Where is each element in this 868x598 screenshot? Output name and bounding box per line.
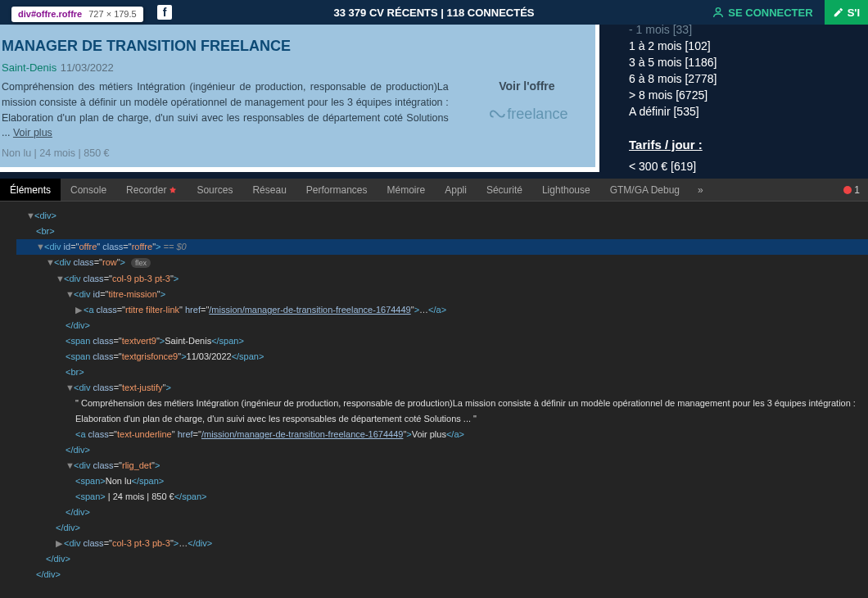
svg-point-0	[717, 8, 721, 12]
duration-filter-item[interactable]: 6 à 8 mois [2778]	[629, 72, 850, 85]
offer-title[interactable]: MANAGER DE TRANSITION FREELANCE	[2, 38, 449, 55]
elements-tree[interactable]: ▼<div> <br> ▼<div id="offre" class="roff…	[0, 202, 868, 598]
devtools-tab[interactable]: Appli	[435, 179, 477, 201]
inspector-tooltip: div#offre.roffre727 × 179.5	[11, 7, 143, 22]
offer-meta: Non lu | 24 mois | 850 €	[2, 147, 449, 159]
duration-filter-item[interactable]: A définir [535]	[629, 105, 850, 118]
devtools-tab[interactable]: Sécurité	[477, 179, 532, 201]
duration-filter-item[interactable]: 1 à 2 mois [102]	[629, 39, 850, 52]
more-tabs-icon[interactable]: »	[689, 184, 712, 196]
user-icon	[712, 6, 725, 19]
error-badge[interactable]: 1	[843, 184, 860, 196]
stats-text: 33 379 CV RÉCENTS | 118 CONNECTÉS	[334, 7, 535, 19]
connect-button[interactable]: SE CONNECTER	[712, 6, 812, 19]
see-more-link[interactable]: Voir plus	[13, 127, 52, 138]
infinity-icon	[486, 106, 505, 122]
devtools-tab[interactable]: Console	[61, 179, 116, 201]
devtools-tab[interactable]: GTM/GA Debug	[600, 179, 689, 201]
devtools-tab[interactable]: Réseau	[242, 179, 296, 201]
devtools-tab[interactable]: Lighthouse	[532, 179, 600, 201]
offer-location: Saint-Denis	[2, 61, 57, 74]
devtools-tab[interactable]: Éléments	[0, 179, 61, 201]
duration-filter-item[interactable]: > 8 mois [6725]	[629, 88, 850, 102]
signup-button[interactable]: S'I	[825, 0, 868, 25]
devtools-tab[interactable]: Mémoire	[377, 179, 436, 201]
freelance-logo: freelance	[486, 106, 567, 123]
tarifs-heading: Tarifs / jour :	[629, 138, 850, 152]
offer-card[interactable]: MANAGER DE TRANSITION FREELANCE Saint-De…	[0, 25, 595, 167]
duration-filter-item[interactable]: 3 à 5 mois [1186]	[629, 56, 850, 69]
offer-date: 11/03/2022	[61, 61, 114, 74]
devtools-tab[interactable]: Recorder	[116, 179, 187, 201]
tarif-filter-item[interactable]: < 300 € [619]	[629, 160, 850, 173]
view-offer-button[interactable]: Voir l'offre	[499, 79, 554, 93]
devtools-tab[interactable]: Sources	[187, 179, 242, 201]
offer-description: Compréhension des métiers Intégration (i…	[2, 79, 449, 141]
devtools-tab[interactable]: Performances	[296, 179, 377, 201]
devtools-tabs: ÉlémentsConsoleRecorder SourcesRéseauPer…	[0, 179, 868, 202]
facebook-icon[interactable]: f	[157, 5, 172, 20]
filters-sidebar: - 1 mois [33]1 à 2 mois [102]3 à 5 mois …	[611, 25, 868, 179]
duration-filter-item[interactable]: - 1 mois [33]	[629, 23, 850, 36]
pen-icon	[833, 7, 844, 18]
devtools-panel: ÉlémentsConsoleRecorder SourcesRéseauPer…	[0, 179, 868, 598]
